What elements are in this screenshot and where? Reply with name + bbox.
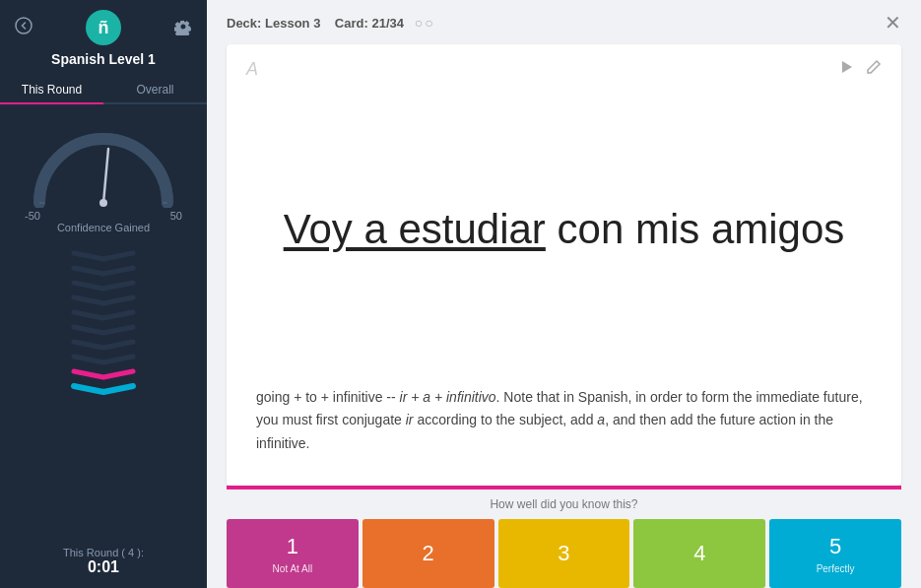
chevron-item — [69, 293, 138, 306]
card-sentence: Voy a estudiar con mis amigos — [256, 64, 872, 386]
rating-label-5: Perfectly — [817, 563, 855, 574]
svg-point-2 — [99, 199, 107, 207]
flashcard: A Voy a estudiar con mis amigos going + … — [227, 44, 901, 486]
chevron-item — [69, 337, 138, 351]
confidence-gauge — [25, 119, 182, 208]
card-label: Card: — [335, 16, 368, 31]
chevron-row — [69, 322, 138, 336]
confidence-label: Confidence Gained — [57, 222, 150, 233]
tab-this-round[interactable]: This Round — [0, 77, 103, 102]
chevron-active-pink — [69, 366, 138, 380]
rating-button-3[interactable]: 3 — [498, 519, 630, 588]
edit-card-button[interactable] — [866, 59, 882, 79]
rating-question: How well did you know this? — [227, 497, 901, 511]
chevron-row — [69, 307, 138, 321]
chevrons-stack — [69, 248, 138, 539]
close-button[interactable]: ✕ — [885, 11, 901, 34]
course-title: Spanish Level 1 — [51, 51, 156, 67]
svg-marker-5 — [842, 61, 852, 73]
card-text-rest: con mis amigos — [546, 206, 844, 252]
tabs-row: This Round Overall — [0, 77, 207, 104]
rating-button-4[interactable]: 4 — [633, 519, 765, 588]
card-area: A Voy a estudiar con mis amigos going + … — [207, 44, 921, 486]
tab-overall[interactable]: Overall — [103, 77, 207, 102]
rating-section: How well did you know this? 1 Not At All… — [207, 490, 921, 588]
chevron-item — [69, 322, 138, 336]
card-side-indicator: A — [246, 59, 258, 80]
chevron-row — [69, 278, 138, 292]
rating-button-5[interactable]: 5 Perfectly — [769, 519, 901, 588]
settings-button[interactable] — [174, 18, 192, 38]
card-explanation: going + to + infinitive -- ir + a + infi… — [256, 386, 872, 466]
chevron-row — [69, 352, 138, 365]
chevron-item — [69, 248, 138, 262]
loading-indicator: ○○ — [415, 15, 435, 31]
round-label: This Round ( 4 ): — [63, 547, 144, 558]
play-audio-button[interactable] — [838, 59, 854, 79]
sidebar: ñ Spanish Level 1 This Round Overall — [0, 0, 207, 588]
chevron-item — [69, 307, 138, 321]
deck-info: Deck: Lesson 3 Card: 21/34 ○○ — [227, 15, 435, 31]
rating-button-2[interactable]: 2 — [362, 519, 494, 588]
gauge-labels: -50 50 — [25, 210, 182, 222]
rating-button-1[interactable]: 1 Not At All — [227, 519, 359, 588]
card-progress: 21/34 — [371, 16, 404, 31]
chevron-active-blue — [69, 381, 138, 395]
chevron-item — [69, 263, 138, 277]
svg-point-0 — [16, 18, 32, 33]
svg-line-1 — [103, 149, 108, 203]
rating-buttons: 1 Not At All 2 3 4 5 Perfectly — [227, 519, 901, 588]
timer-display: 0:01 — [63, 558, 144, 576]
chevron-row-active-pink — [69, 366, 138, 380]
chevron-item — [69, 352, 138, 365]
chevron-row — [69, 337, 138, 351]
chevron-row — [69, 263, 138, 277]
chevron-row — [69, 248, 138, 262]
round-stats: This Round ( 4 ): 0:01 — [63, 539, 144, 588]
rating-label-1: Not At All — [273, 563, 313, 574]
back-button[interactable] — [15, 17, 33, 39]
top-bar: Deck: Lesson 3 Card: 21/34 ○○ ✕ — [207, 0, 921, 44]
chevron-row-active-blue — [69, 381, 138, 395]
main-content: Deck: Lesson 3 Card: 21/34 ○○ ✕ A — [207, 0, 921, 588]
card-text-underlined: Voy a estudiar — [284, 206, 546, 252]
chevron-row — [69, 293, 138, 306]
app-logo: ñ — [86, 10, 121, 45]
deck-label: Deck: — [227, 16, 261, 31]
deck-name: Lesson 3 — [265, 16, 320, 31]
card-actions — [838, 59, 882, 79]
chevron-item — [69, 278, 138, 292]
sidebar-header: ñ — [0, 10, 207, 45]
